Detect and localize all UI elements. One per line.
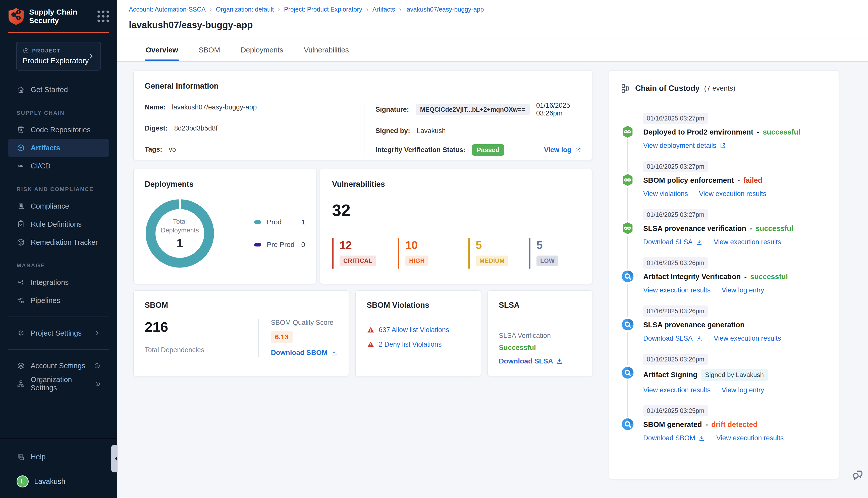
sidebar-item-code-repositories[interactable]: Code Repositories <box>8 121 109 139</box>
tags-label: Tags: <box>145 146 162 153</box>
general-information-card: General Information Name:lavakush07/easy… <box>133 70 593 160</box>
deployments-donut-chart[interactable]: Total Deployments 1 <box>146 199 214 267</box>
app-switcher-grid-icon[interactable] <box>98 11 109 22</box>
view-log-link[interactable]: View log <box>544 146 581 154</box>
artifact-digest: 8d23bd3b5d8f <box>174 124 218 132</box>
event-link-view-deployment-details[interactable]: View deployment details <box>643 142 726 149</box>
warning-triangle-icon <box>367 340 375 349</box>
slsa-card: SLSA SLSA Verification Successful Downlo… <box>488 290 593 376</box>
info-icon[interactable] <box>95 381 101 387</box>
severity-critical: 12CRITICAL <box>332 238 390 268</box>
event-link-view-log-entry[interactable]: View log entry <box>722 386 764 394</box>
sidebar-item-compliance[interactable]: Compliance <box>8 197 109 215</box>
external-link-icon <box>574 147 581 154</box>
artifact-tags: v5 <box>169 146 176 153</box>
breadcrumb-item-5[interactable]: lavakush07/easy-buggy-app <box>405 6 484 13</box>
ci-module-icon <box>621 417 635 431</box>
event-link-view-execution-results[interactable]: View execution results <box>643 386 711 394</box>
sidebar-item-remediation-tracker[interactable]: Remediation Tracker <box>8 233 109 251</box>
vertical-divider <box>364 102 364 156</box>
chevron-right-icon <box>94 330 101 336</box>
events-count: (7 events) <box>704 84 736 92</box>
severity-high: 10HIGH <box>398 238 461 268</box>
event-status: successful <box>756 224 793 233</box>
sidebar-nav: Get Started SUPPLY CHAINCode Repositorie… <box>0 81 117 393</box>
event-title: SBOM policy enforcement <box>643 176 734 184</box>
download-slsa-link[interactable]: Download SLSA <box>499 357 563 365</box>
violations-link-637-allow-list-violations[interactable]: 637 Allow list Violations <box>379 326 449 334</box>
event-link-view-execution-results[interactable]: View execution results <box>714 238 781 246</box>
sidebar-item-rule-definitions[interactable]: Rule Definitions <box>8 215 109 233</box>
sidebar-item-get-started[interactable]: Get Started <box>8 81 109 99</box>
event-timestamp: 01/16/2025 03:27pm <box>643 161 708 172</box>
legend-item-prod[interactable]: Prod1 <box>254 218 305 226</box>
sidebar-item-ci-cd[interactable]: CI/CD <box>8 157 109 175</box>
event-link-download-slsa[interactable]: Download SLSA <box>643 335 703 342</box>
card-title: Vulnerabilities <box>332 180 580 189</box>
event-link-view-execution-results[interactable]: View execution results <box>699 190 766 198</box>
vertical-divider <box>258 319 259 357</box>
integrity-status-badge: Passed <box>472 144 504 156</box>
event-link-view-violations[interactable]: View violations <box>643 190 688 198</box>
event-timestamp: 01/16/2025 03:26pm <box>643 305 708 317</box>
sidebar-item-label: Artifacts <box>31 144 60 152</box>
sidebar-item-label: Account Settings <box>31 362 86 370</box>
sidebar-item-account-settings[interactable]: Account Settings <box>8 357 109 375</box>
event-timestamp: 01/16/2025 03:26pm <box>643 257 708 268</box>
cube-icon <box>16 144 25 152</box>
severity-badge: HIGH <box>405 255 428 266</box>
sidebar-item-artifacts[interactable]: Artifacts <box>8 139 109 157</box>
breadcrumb-separator: › <box>210 5 212 13</box>
sidebar-item-pipelines[interactable]: Pipelines <box>8 291 109 310</box>
event-link-view-log-entry[interactable]: View log entry <box>722 286 764 294</box>
legend-item-pre-prod[interactable]: Pre Prod0 <box>254 241 305 249</box>
sidebar-item-label: Remediation Tracker <box>31 238 98 247</box>
slsa-verification-label: SLSA Verification <box>499 332 581 340</box>
tab-deployments[interactable]: Deployments <box>239 38 284 61</box>
legend-value: 0 <box>301 241 305 249</box>
download-sbom-link[interactable]: Download SBOM <box>271 349 338 357</box>
signature-label: Signature: <box>375 106 409 114</box>
breadcrumb-item-4[interactable]: Artifacts <box>373 6 395 13</box>
info-icon[interactable] <box>94 363 101 369</box>
tab-sbom[interactable]: SBOM <box>198 38 221 61</box>
sidebar-footer: Help L Lavakush <box>0 438 117 498</box>
org-chart-gear-icon <box>16 380 25 388</box>
avatar: L <box>16 475 29 487</box>
gear-icon <box>16 329 25 337</box>
project-kicker-label: PROJECT <box>32 48 61 54</box>
tab-overview[interactable]: Overview <box>145 38 179 61</box>
signature-value[interactable]: MEQCICde2VjIT...bL+2+mqnOXw== <box>416 104 530 115</box>
feedback-chat-icon[interactable] <box>852 468 865 482</box>
legend-label: Prod <box>267 218 282 226</box>
event-link-download-sbom[interactable]: Download SBOM <box>643 434 705 442</box>
donut-center-total: 1 <box>177 236 183 250</box>
violations-link-2-deny-list-violations[interactable]: 2 Deny list Violations <box>379 341 442 349</box>
sidebar-item-label: Code Repositories <box>31 126 91 134</box>
sidebar-item-organization-settings[interactable]: Organization Settings <box>8 375 109 393</box>
custody-event-slsa-provenance-generation: 01/16/2025 03:26pmSLSA provenance genera… <box>620 305 828 343</box>
violation-row: 2 Deny list Violations <box>367 340 470 349</box>
breadcrumb-item-1[interactable]: Account: Automation-SSCA <box>129 6 206 13</box>
breadcrumb-item-2[interactable]: Organization: default <box>216 6 274 13</box>
signed-by-value: Lavakush <box>417 127 446 135</box>
sbom-quality-score-badge: 6.13 <box>271 331 293 343</box>
breadcrumb-item-3[interactable]: Project: Product Exploratory <box>284 6 362 13</box>
sidebar-item-label: Pipelines <box>31 297 60 305</box>
sbom-total-dependencies: 216 <box>145 319 258 335</box>
sidebar-item-integrations[interactable]: Integrations <box>8 273 109 291</box>
card-title: Chain of Custody <box>635 84 700 93</box>
project-selector[interactable]: PROJECT Product Exploratory <box>16 42 101 70</box>
event-link-view-execution-results[interactable]: View execution results <box>643 286 711 294</box>
sidebar-item-project-settings[interactable]: Project Settings <box>8 324 109 342</box>
tab-vulnerabilities[interactable]: Vulnerabilities <box>303 38 350 61</box>
breadcrumb: Account: Automation-SSCA›Organization: d… <box>129 5 868 13</box>
card-title: SLSA <box>499 301 581 310</box>
sidebar-collapse-handle[interactable] <box>111 445 118 472</box>
sidebar-item-help[interactable]: Help <box>8 448 109 466</box>
event-link-view-execution-results[interactable]: View execution results <box>716 434 783 442</box>
user-menu[interactable]: L Lavakush <box>8 472 109 490</box>
severity-count: 5 <box>536 239 567 251</box>
event-link-view-execution-results[interactable]: View execution results <box>714 335 781 342</box>
event-link-download-slsa[interactable]: Download SLSA <box>643 238 703 246</box>
